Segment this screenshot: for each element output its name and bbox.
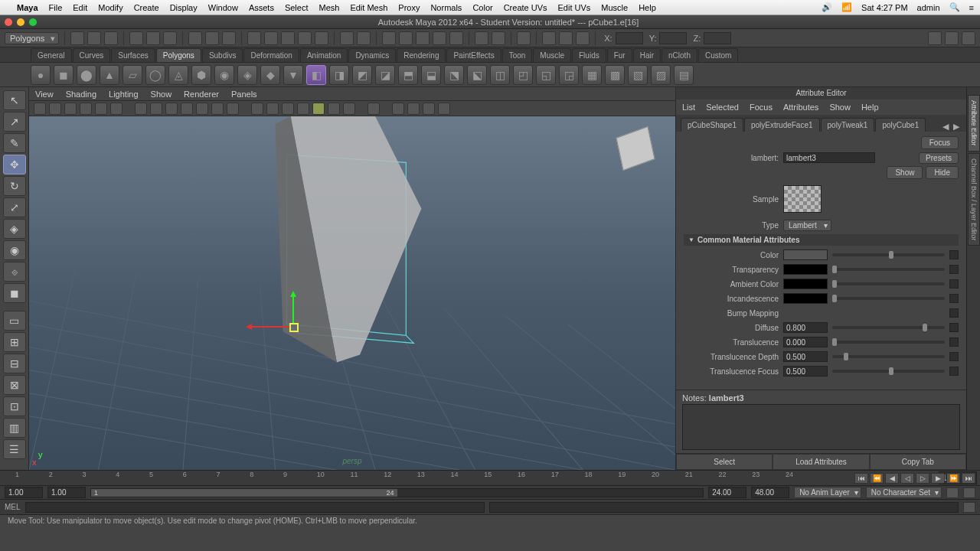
menu-help[interactable]: Help <box>639 3 656 12</box>
anim-layer-dropdown[interactable]: No Anim Layer <box>794 487 861 498</box>
tab-general[interactable]: General <box>31 48 72 62</box>
layout-b-icon[interactable]: ⊠ <box>3 375 26 395</box>
vp-menu-show[interactable]: Show <box>151 90 172 99</box>
tab-rendering[interactable]: Rendering <box>397 48 446 62</box>
tab-subdivs[interactable]: Subdivs <box>202 48 243 62</box>
vp-btn-13[interactable] <box>227 103 239 115</box>
redo-icon[interactable] <box>146 31 160 45</box>
poly-combine-icon[interactable]: ◪ <box>375 65 395 85</box>
toolbar-icon-d[interactable] <box>433 31 446 45</box>
menu-create[interactable]: Create <box>134 3 159 12</box>
color-map-button[interactable] <box>949 250 959 259</box>
vtab-channel-box[interactable]: Channel Box / Layer Editor <box>968 153 980 246</box>
poly-plane-icon[interactable]: ▱ <box>122 65 142 85</box>
vp-btn-17[interactable] <box>297 103 309 115</box>
attr-tab-extrude[interactable]: polyExtrudeFace1 <box>744 118 820 132</box>
notification-icon[interactable]: ≡ <box>969 3 974 12</box>
coord-z-input[interactable] <box>704 32 731 44</box>
toolbar-icon-j[interactable] <box>559 31 573 45</box>
playback-start-field[interactable]: 1.00 <box>47 487 86 498</box>
tab-toon[interactable]: Toon <box>502 48 533 62</box>
vp-btn-7[interactable] <box>135 103 147 115</box>
poly-insert-icon[interactable]: ⬔ <box>444 65 464 85</box>
poly-uv3-icon[interactable]: ▧ <box>628 65 648 85</box>
diffuse-input[interactable] <box>783 322 828 333</box>
common-attrs-header[interactable]: Common Material Attributes <box>684 234 959 246</box>
tab-dynamics[interactable]: Dynamics <box>348 48 396 62</box>
translucence-input[interactable] <box>783 337 828 347</box>
vp-btn-16[interactable] <box>282 103 294 115</box>
coord-y-input[interactable] <box>659 32 687 44</box>
load-attributes-button[interactable]: Load Attributes <box>773 454 869 470</box>
diffuse-map-button[interactable] <box>949 323 959 332</box>
ipr-icon[interactable] <box>264 31 278 45</box>
range-track[interactable]: 1 24 <box>90 488 704 497</box>
sidebar-toggle-a[interactable] <box>928 31 942 45</box>
vp-btn-25[interactable] <box>438 103 450 115</box>
step-back-button[interactable]: ◀ <box>885 473 899 484</box>
copy-tab-button[interactable]: Copy Tab <box>870 454 966 470</box>
outliner-icon[interactable]: ☰ <box>3 439 26 459</box>
poly-bridge-icon[interactable]: ◨ <box>329 65 349 85</box>
attr-tab-next[interactable]: ▶ <box>951 122 962 132</box>
ambient-swatch[interactable] <box>783 279 828 289</box>
trans-depth-slider[interactable] <box>832 355 945 358</box>
script-editor-button[interactable] <box>963 502 975 513</box>
transparency-slider[interactable] <box>832 268 945 271</box>
vp-btn-20[interactable] <box>343 103 355 115</box>
spotlight-icon[interactable]: 🔍 <box>949 2 960 12</box>
snap-point-icon[interactable] <box>222 31 236 45</box>
poly-bevel-icon[interactable]: ⬕ <box>467 65 487 85</box>
open-scene-icon[interactable] <box>87 31 101 45</box>
close-button[interactable] <box>5 18 12 26</box>
poly-create-icon[interactable]: ▼ <box>283 65 303 85</box>
toolbar-icon-h[interactable] <box>517 31 531 45</box>
layout-d-icon[interactable]: ▥ <box>3 418 26 438</box>
tab-deformation[interactable]: Deformation <box>243 48 299 62</box>
menu-select[interactable]: Select <box>285 3 309 12</box>
attr-tab-tweak[interactable]: polyTweak1 <box>821 118 875 132</box>
command-input[interactable] <box>25 502 485 513</box>
menu-modify[interactable]: Modify <box>98 3 122 12</box>
go-to-start-button[interactable]: ⏮ <box>854 473 868 484</box>
construction-history-icon[interactable] <box>340 31 354 45</box>
toolbar-icon-g[interactable] <box>492 31 505 45</box>
tab-ncloth[interactable]: nCloth <box>662 48 697 62</box>
poly-torus-icon[interactable]: ◯ <box>145 65 165 85</box>
time-slider[interactable]: 123456789101112131415161718192021222324 … <box>0 470 980 485</box>
vp-btn-15[interactable] <box>266 103 279 115</box>
incandescence-map-button[interactable] <box>949 294 959 303</box>
vp-btn-18[interactable] <box>312 103 325 115</box>
play-forward-button[interactable]: ▷ <box>916 473 929 484</box>
attr-menu-help[interactable]: Help <box>861 103 879 112</box>
scale-tool[interactable]: ⤢ <box>3 197 26 217</box>
poly-uv4-icon[interactable]: ▨ <box>651 65 671 85</box>
minimize-button[interactable] <box>17 18 24 26</box>
poly-append-icon[interactable]: ◩ <box>352 65 372 85</box>
quick-select-icon[interactable] <box>357 31 371 45</box>
poly-mirror-icon[interactable]: ◲ <box>559 65 579 85</box>
auto-key-button[interactable] <box>946 487 959 498</box>
menu-color[interactable]: Color <box>472 3 492 12</box>
material-type-dropdown[interactable]: Lambert <box>783 220 831 231</box>
select-button[interactable]: Select <box>676 454 773 470</box>
attr-tab-prev[interactable]: ◀ <box>940 122 951 132</box>
vp-menu-renderer[interactable]: Renderer <box>184 90 219 99</box>
snap-curve-icon[interactable] <box>205 31 219 45</box>
vp-btn-10[interactable] <box>181 103 193 115</box>
tab-custom[interactable]: Custom <box>698 48 738 62</box>
step-back-key-button[interactable]: ⏪ <box>870 473 884 484</box>
rotate-tool[interactable]: ↻ <box>3 176 26 196</box>
vp-btn-19[interactable] <box>328 103 340 115</box>
menu-proxy[interactable]: Proxy <box>398 3 420 12</box>
transparency-map-button[interactable] <box>949 265 959 274</box>
menu-display[interactable]: Display <box>170 3 198 12</box>
snap-grid-icon[interactable] <box>188 31 202 45</box>
go-to-end-button[interactable]: ⏭ <box>962 473 975 484</box>
trans-focus-input[interactable] <box>783 366 828 377</box>
menu-muscle[interactable]: Muscle <box>601 3 628 12</box>
anim-end-field[interactable]: 48.00 <box>751 487 789 498</box>
vp-btn-22[interactable] <box>392 103 404 115</box>
vp-btn-4[interactable] <box>80 103 92 115</box>
tab-surfaces[interactable]: Surfaces <box>111 48 155 62</box>
